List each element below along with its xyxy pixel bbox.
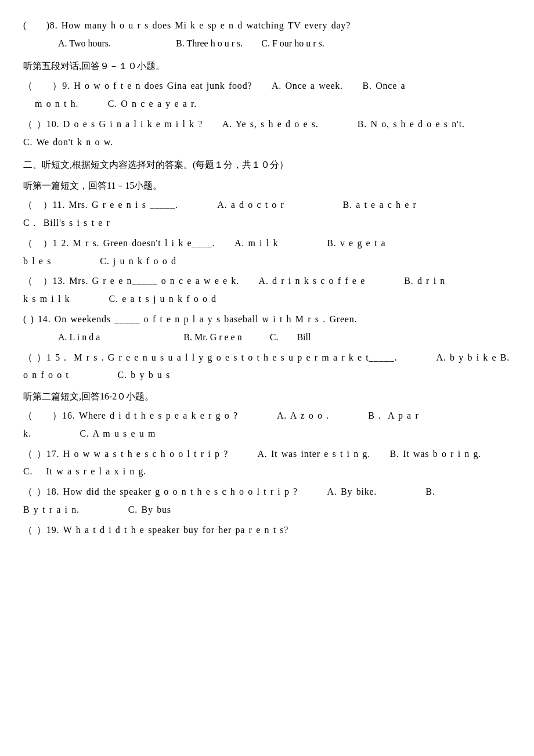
- q16-line2: k. C. A m u s e u m: [23, 426, 511, 442]
- section2-text: 二、听短文,根据短文内容选择对的答案。(每题１分，共１０分）: [23, 160, 288, 170]
- q9-line1: （ ）9. H o w o f t e n does Gina eat junk…: [23, 78, 511, 95]
- q18-line2: B y t r a i n. C. By bus: [23, 502, 511, 519]
- q14-options: A. L i n d a B. Mr. G r e e n C. Bill: [23, 329, 511, 346]
- question-14: ( ) 14. On weekends _____ o f t e n p l …: [23, 311, 511, 346]
- sub-section-2-header: 听第二篇短文,回答16-2０小题。: [23, 388, 511, 405]
- q14-line1: ( ) 14. On weekends _____ o f t e n p l …: [23, 311, 511, 328]
- q8-options: A. Two hours. B. Three h o u r s. C. F o…: [23, 35, 511, 52]
- section5-text: 听第五段对话,回答９－１０小题。: [23, 61, 165, 71]
- q9-line2: m o n t h. C. O n c e a y e a r.: [23, 96, 511, 113]
- q13-line2: k s m i l k C. e a t s j u n k f o o d: [23, 291, 511, 308]
- q10-line1: （ ）10. D o e s G i n a l i k e m i l k ?…: [23, 116, 511, 133]
- q15-line1: （ ）1 5． M r s . G r e e n u s u a l l y …: [23, 350, 511, 366]
- question-16: （ ）16. Where d i d t h e s p e a k e r g…: [23, 408, 511, 442]
- q17-line1: （ ）17. H o w w a s t h e s c h o o l t r…: [23, 446, 511, 463]
- q12-line1: （ ）1 2. M r s. Green doesn't l i k e____…: [23, 235, 511, 252]
- question-15: （ ）1 5． M r s . G r e e n u s u a l l y …: [23, 350, 511, 384]
- q19-line1: （ ）19. W h a t d i d t h e speaker buy f…: [23, 522, 511, 539]
- question-8: ( )8. How many h o u r s does Mi k e sp …: [23, 17, 511, 52]
- q13-line1: （ ）13. Mrs. G r e e n_____ o n c e a w e…: [23, 273, 511, 290]
- sub1-text: 听第一篇短文，回答11－15小题。: [23, 181, 162, 190]
- q12-line2: b l e s C. j u n k f o o d: [23, 253, 511, 270]
- q15-line2: o n f o o t C. b y b u s: [23, 367, 511, 384]
- q8-text: ( )8. How many h o u r s does Mi k e sp …: [23, 17, 511, 34]
- q11-line2: C． Bill's s i s t e r: [23, 215, 511, 232]
- question-17: （ ）17. H o w w a s t h e s c h o o l t r…: [23, 446, 511, 481]
- sub-section-1-header: 听第一篇短文，回答11－15小题。: [23, 178, 511, 195]
- exam-content: ( )8. How many h o u r s does Mi k e sp …: [23, 17, 511, 539]
- question-9: （ ）9. H o w o f t e n does Gina eat junk…: [23, 78, 511, 113]
- question-10: （ ）10. D o e s G i n a l i k e m i l k ?…: [23, 116, 511, 151]
- question-19: （ ）19. W h a t d i d t h e speaker buy f…: [23, 522, 511, 539]
- section-5-header: 听第五段对话,回答９－１０小题。: [23, 58, 511, 75]
- question-11: （ ）11. Mrs. G r e e n i s _____. A. a d …: [23, 197, 511, 232]
- q16-line1: （ ）16. Where d i d t h e s p e a k e r g…: [23, 408, 511, 424]
- q10-line2: C. We don't k n o w.: [23, 134, 511, 151]
- q17-line2: C. It w a s r e l a x i n g.: [23, 463, 511, 480]
- question-13: （ ）13. Mrs. G r e e n_____ o n c e a w e…: [23, 273, 511, 308]
- question-18: （ ）18. How did the speaker g o o n t h e…: [23, 484, 511, 519]
- q11-line1: （ ）11. Mrs. G r e e n i s _____. A. a d …: [23, 197, 511, 214]
- q18-line1: （ ）18. How did the speaker g o o n t h e…: [23, 484, 511, 501]
- sub2-text: 听第二篇短文,回答16-2０小题。: [23, 391, 154, 401]
- question-12: （ ）1 2. M r s. Green doesn't l i k e____…: [23, 235, 511, 270]
- section-2-header: 二、听短文,根据短文内容选择对的答案。(每题１分，共１０分）: [23, 157, 511, 174]
